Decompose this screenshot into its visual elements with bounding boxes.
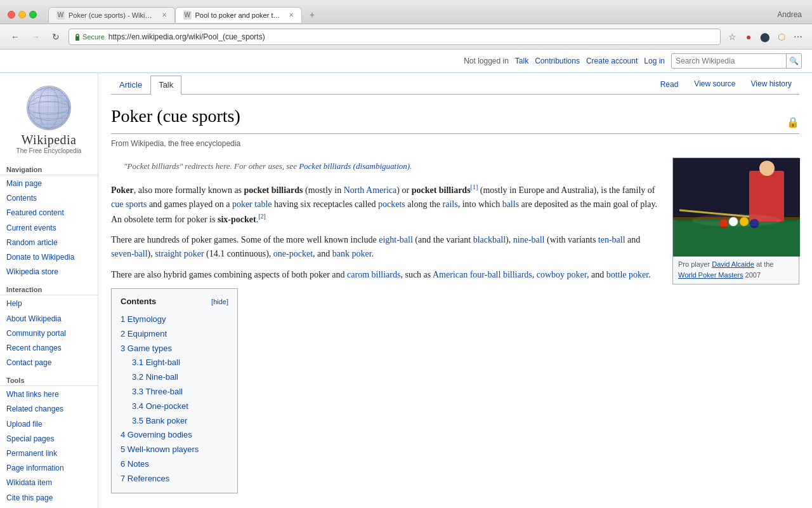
toc-link-bank-poker[interactable]: 3.5 Bank poker [132, 416, 187, 425]
bank-poker-link[interactable]: bank poker [332, 249, 372, 258]
contributions-link[interactable]: Contributions [535, 57, 580, 65]
sidebar-item-help[interactable]: Help [0, 297, 98, 311]
bookmark-icon[interactable]: ☆ [726, 30, 738, 43]
talk-link[interactable]: Talk [515, 57, 528, 65]
address-bar[interactable]: Secure https://en.wikipedia.org/wiki/Poo… [69, 29, 721, 45]
search-box[interactable]: 🔍 [671, 53, 802, 69]
more-tools-icon[interactable]: ⋯ [792, 30, 804, 43]
wiki-header-right: Not logged in Talk Contributions Create … [464, 53, 802, 69]
seven-ball-link[interactable]: seven-ball [111, 249, 148, 258]
extension-icon-3[interactable]: ⬡ [775, 30, 788, 43]
toolbar-actions: ☆ ● ⬤ ⬡ ⋯ [726, 30, 804, 43]
toc-link-players[interactable]: 5 Well-known players [121, 444, 199, 454]
american-four-ball-link[interactable]: American four-ball billiards [433, 270, 532, 279]
toc-item-6: 6 Notes [121, 457, 228, 472]
sidebar-item-wikidata[interactable]: Wikidata item [0, 476, 98, 490]
straight-poker-link[interactable]: straight poker [155, 249, 204, 258]
sidebar-item-upload[interactable]: Upload file [0, 417, 98, 432]
log-in-link[interactable]: Log in [644, 57, 665, 65]
sidebar-item-featured[interactable]: Featured content [0, 206, 98, 220]
pockets-link[interactable]: pockets [378, 199, 405, 209]
toc-title: Contents [hide] [121, 295, 228, 309]
sidebar-item-community[interactable]: Community portal [0, 326, 98, 341]
tab-2-title: Pool to poker and poker to po... [195, 11, 282, 19]
tab-talk[interactable]: Talk [150, 76, 181, 95]
search-input[interactable] [672, 57, 786, 65]
toc-title-text: Contents [121, 295, 156, 309]
svg-rect-10 [749, 171, 784, 222]
toc-link-nine-ball[interactable]: 3.2 Nine-ball [132, 372, 178, 382]
toc-link-eight-ball[interactable]: 3.1 Eight-ball [132, 358, 180, 367]
north-america-link[interactable]: North America [344, 185, 397, 194]
article-body: Pro player David Alcaide at the World Po… [111, 157, 799, 508]
sidebar-item-special[interactable]: Special pages [0, 432, 98, 446]
sidebar-item-whatlinks[interactable]: What links here [0, 387, 98, 402]
sidebar-item-page-info[interactable]: Page information [0, 461, 98, 476]
traffic-lights [8, 11, 37, 18]
create-account-link[interactable]: Create account [586, 57, 638, 65]
sidebar-item-about[interactable]: About Wikipedia [0, 312, 98, 326]
sidebar-item-cite[interactable]: Cite this page [0, 491, 98, 505]
search-button[interactable]: 🔍 [786, 53, 801, 69]
sidebar: Wikipedia The Free Encyclopedia Navigati… [0, 73, 98, 508]
extension-icon-2[interactable]: ⬤ [759, 30, 771, 43]
wiki-tagline: The Free Encyclopedia [16, 147, 82, 154]
sidebar-item-donate[interactable]: Donate to Wikipedia [0, 250, 98, 265]
sidebar-item-contents[interactable]: Contents [0, 191, 98, 206]
rails-link[interactable]: rails [443, 199, 458, 209]
sidebar-item-recent-changes[interactable]: Recent changes [0, 341, 98, 356]
toc-item-3-3: 3.3 Three-ball [121, 385, 228, 399]
cowboy-link[interactable]: cowboy poker [537, 270, 587, 279]
tab-2-close[interactable]: ✕ [289, 11, 294, 18]
tab-1[interactable]: W Poker (cue sports) - Wikipedia ✕ [48, 7, 175, 23]
toc-link-three-ball[interactable]: 3.3 Three-ball [132, 387, 183, 396]
toc-link-equipment[interactable]: 2 Equipment [121, 329, 167, 338]
reload-button[interactable]: ↻ [48, 29, 63, 44]
toc-hide-button[interactable]: [hide] [211, 297, 228, 308]
blackball-link[interactable]: blackball [473, 235, 506, 244]
toc-link-references[interactable]: 7 References [121, 474, 169, 483]
forward-button[interactable]: → [28, 29, 43, 44]
ten-ball-link[interactable]: ten-ball [598, 235, 625, 244]
sidebar-item-store[interactable]: Wikipedia store [0, 265, 98, 279]
one-pocket-link[interactable]: one-pocket [273, 249, 313, 258]
tab-view-history[interactable]: View history [743, 76, 799, 95]
sidebar-logo: Wikipedia The Free Encyclopedia [0, 79, 98, 163]
tab-article[interactable]: Article [111, 76, 150, 95]
close-button[interactable] [8, 11, 15, 18]
eight-ball-link[interactable]: eight-ball [379, 235, 413, 244]
toc-item-3-2: 3.2 Nine-ball [121, 370, 228, 385]
poker-table-link[interactable]: poker table [232, 199, 272, 209]
sidebar-item-current-events[interactable]: Current events [0, 221, 98, 236]
toc-link-etymology[interactable]: 1 Etymology [121, 314, 166, 324]
sidebar-item-random[interactable]: Random article [0, 236, 98, 250]
extension-icon-1[interactable]: ● [742, 30, 755, 43]
tab-2[interactable]: W Pool to poker and poker to po... ✕ [175, 7, 302, 23]
tab-view-source[interactable]: View source [686, 76, 743, 95]
tab-favicon-1: W [56, 11, 65, 20]
carom-link[interactable]: carom billiards [347, 270, 400, 279]
sidebar-item-main-page[interactable]: Main page [0, 177, 98, 191]
cue-sports-link[interactable]: cue sports [111, 199, 147, 209]
sidebar-item-permanent[interactable]: Permanent link [0, 446, 98, 461]
disambiguation-link[interactable]: Pocket billiards (disambiguation) [299, 161, 410, 171]
new-tab-button[interactable]: + [302, 6, 321, 23]
tab-read[interactable]: Read [652, 76, 687, 95]
back-button[interactable]: ← [8, 29, 23, 44]
toc-link-notes[interactable]: 6 Notes [121, 459, 149, 469]
toc-link-governing[interactable]: 4 Governing bodies [121, 430, 192, 439]
caption-link-masters[interactable]: World Poker Masters [678, 271, 743, 279]
bottle-poker-link[interactable]: bottle poker [606, 270, 649, 279]
tab-1-close[interactable]: ✕ [162, 11, 167, 18]
sidebar-item-contact[interactable]: Contact page [0, 356, 98, 370]
nine-ball-link[interactable]: nine-ball [513, 235, 545, 244]
balls-link[interactable]: balls [502, 199, 519, 209]
wiki-globe [27, 86, 71, 130]
minimize-button[interactable] [18, 11, 26, 18]
toc-link-game-types[interactable]: 3 Game types [121, 344, 172, 353]
caption-link-alcaide[interactable]: David Alcaide [712, 260, 754, 268]
sidebar-item-related-changes[interactable]: Related changes [0, 402, 98, 417]
toc-link-one-pocket[interactable]: 3.4 One-pocket [132, 401, 188, 411]
maximize-button[interactable] [29, 11, 37, 18]
content-tabs: Article Talk Read View source View histo… [111, 73, 799, 95]
